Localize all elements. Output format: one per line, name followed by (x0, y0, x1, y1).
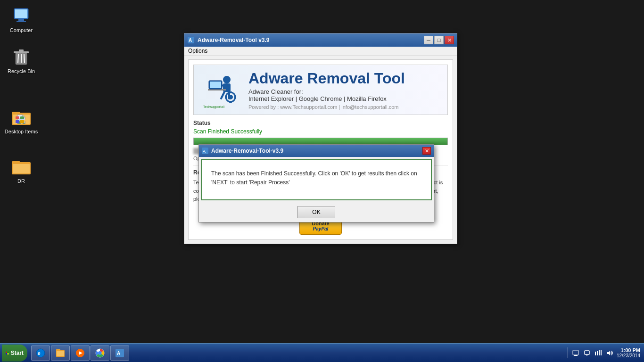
svg-rect-2 (18, 19, 24, 21)
tray-time: 1:00 PM (617, 347, 640, 353)
svg-rect-34 (225, 96, 227, 99)
taskbar-app-media[interactable] (71, 346, 90, 361)
svg-text:A: A (203, 149, 206, 154)
svg-rect-3 (17, 21, 26, 22)
svg-rect-23 (223, 83, 231, 92)
tray-clock[interactable]: 1:00 PM 12/23/2014 (617, 347, 640, 358)
svg-rect-62 (601, 350, 602, 355)
svg-rect-32 (229, 91, 232, 93)
dr-icon-label: DR (17, 178, 25, 184)
svg-rect-46 (56, 349, 60, 351)
svg-line-9 (24, 54, 25, 63)
banner-subtitle: Adware Cleaner for: (248, 88, 405, 95)
start-button-label: Start (11, 350, 24, 356)
banner-area: Techsupportall Adware Removal Tool Adwar… (193, 65, 448, 115)
svg-point-52 (99, 352, 101, 354)
app-title-bar: A Adware-Removal-Tool v3.9 ─ □ ✕ (184, 33, 457, 47)
svg-text:A: A (189, 38, 192, 43)
svg-rect-57 (585, 351, 589, 354)
recycle-bin-icon (12, 48, 31, 66)
svg-rect-5 (14, 51, 29, 53)
desktop-items-icon-label: Desktop Items (5, 129, 38, 134)
desktop-icon-computer[interactable]: Computer (2, 5, 40, 35)
start-button[interactable]: Start (2, 345, 27, 362)
banner-logo: Techsupportall (198, 71, 241, 109)
desktop-icon-desktop-items[interactable]: Desktop Items (2, 106, 40, 136)
modal-message: The scan has been Finished Successfully.… (211, 169, 421, 187)
taskbar-app-explorer[interactable] (51, 346, 70, 361)
svg-line-7 (18, 54, 18, 63)
svg-rect-1 (15, 9, 27, 18)
desktop-icon-dr[interactable]: DR (2, 156, 40, 186)
svg-rect-55 (573, 350, 578, 355)
svg-rect-29 (210, 82, 221, 88)
tray-show-desktop[interactable] (571, 349, 580, 357)
options-menu[interactable]: Options (188, 48, 207, 54)
desktop-icon-recycle-bin[interactable]: Recycle Bin (2, 46, 40, 76)
svg-rect-16 (20, 120, 24, 123)
status-text: Scan Finished Successfully (193, 128, 448, 135)
svg-rect-41 (6, 353, 7, 354)
svg-rect-40 (8, 351, 9, 353)
modal-title-bar: A Adware-Removal-Tool-v3.9 ✕ (199, 145, 434, 157)
system-tray: 1:00 PM 12/23/2014 (567, 347, 644, 358)
modal-body: The scan has been Finished Successfully.… (201, 159, 432, 200)
status-label: Status (193, 120, 448, 126)
modal-footer: OK (199, 202, 434, 222)
folder-dr-icon (12, 157, 31, 176)
svg-text:A: A (117, 351, 120, 356)
tray-volume-icon[interactable] (605, 349, 614, 357)
tray-network-icon[interactable] (594, 349, 603, 357)
svg-rect-18 (12, 161, 20, 164)
taskbar-app-ie[interactable]: e (31, 346, 50, 361)
svg-rect-33 (229, 101, 232, 103)
recycle-bin-icon-label: Recycle Bin (8, 68, 35, 74)
taskbar-app-adware-tool[interactable]: A (110, 346, 129, 361)
banner-browsers: Internet Explorer | Google Chrome | Mozi… (248, 95, 405, 102)
folder-desktop-icon (12, 108, 31, 127)
tray-notification-flag[interactable] (583, 349, 591, 357)
taskbar: Start e (0, 343, 644, 362)
svg-rect-61 (599, 350, 600, 355)
modal-dialog: A Adware-Removal-Tool-v3.9 ✕ The scan ha… (198, 144, 434, 222)
title-bar-left: A Adware-Removal-Tool v3.9 (187, 36, 269, 44)
maximize-button[interactable]: □ (434, 36, 444, 44)
svg-rect-60 (597, 351, 598, 355)
svg-rect-19 (13, 164, 30, 173)
taskbar-app-chrome[interactable] (91, 346, 109, 361)
computer-icon-label: Computer (10, 27, 33, 33)
modal-title-left: A Adware-Removal-Tool-v3.9 (202, 148, 283, 154)
svg-rect-11 (12, 112, 20, 115)
svg-text:Techsupportall: Techsupportall (203, 105, 225, 109)
menu-bar: Options (184, 47, 457, 56)
banner-heading: Adware Removal Tool (248, 70, 405, 87)
svg-rect-42 (8, 353, 9, 354)
svg-rect-14 (20, 116, 24, 119)
svg-rect-15 (16, 120, 19, 123)
svg-point-22 (223, 76, 231, 83)
svg-rect-13 (16, 116, 19, 119)
svg-rect-47 (57, 351, 64, 356)
svg-rect-56 (574, 355, 578, 356)
modal-close-button[interactable]: ✕ (422, 147, 431, 155)
svg-rect-39 (6, 351, 7, 353)
computer-icon (12, 7, 31, 25)
banner-powered: Powered by : www.Techsupportall.com | in… (248, 104, 405, 110)
svg-line-25 (221, 92, 224, 99)
svg-point-31 (228, 95, 233, 99)
progress-bar-fill (194, 138, 447, 145)
ok-button[interactable]: OK (297, 206, 335, 218)
modal-title-text: Adware-Removal-Tool-v3.9 (211, 148, 283, 154)
banner-text: Adware Removal Tool Adware Cleaner for: … (248, 70, 405, 110)
svg-rect-59 (595, 352, 596, 355)
svg-rect-6 (19, 49, 24, 51)
title-bar-buttons: ─ □ ✕ (424, 36, 454, 44)
svg-text:e: e (38, 351, 41, 356)
taskbar-apps: e (29, 346, 567, 361)
close-button[interactable]: ✕ (445, 36, 454, 44)
paypal-label: PayPal (313, 226, 329, 231)
desktop: Computer Recycle Bin (0, 0, 644, 343)
tray-date: 12/23/2014 (617, 353, 640, 358)
minimize-button[interactable]: ─ (424, 36, 433, 44)
app-window: A Adware-Removal-Tool v3.9 ─ □ ✕ Options (184, 33, 457, 244)
